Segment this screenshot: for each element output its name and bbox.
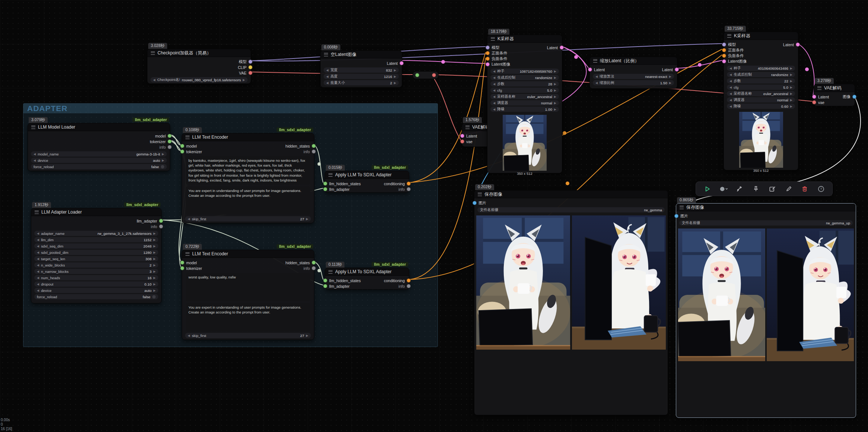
- node-header[interactable]: Checkpoint加载器（简易）: [147, 49, 251, 57]
- widget-dropout[interactable]: ◀dropout0.10▶: [34, 281, 158, 287]
- Latent-port[interactable]: [812, 95, 816, 99]
- widget-文件名前缀[interactable]: 文件名前缀rw_gemma: [477, 207, 665, 212]
- node-llm-adapter-loader[interactable]: 1.912秒 llm_sdxl_adapter LLM Adapter Load…: [31, 208, 162, 303]
- conditioning-port[interactable]: [407, 278, 411, 283]
- widget-宽度[interactable]: ◀宽度832▶: [324, 67, 399, 73]
- model-port[interactable]: [180, 261, 184, 265]
- node-apply-llm-adapter-2[interactable]: 0.113秒 llm_sdxl_adapter Apply LLM To SDX…: [325, 268, 409, 290]
- node-llm-model-loader[interactable]: 3.079秒 llm_sdxl_adapter LLM Model Loader…: [28, 123, 170, 171]
- Latent-port[interactable]: [560, 45, 564, 50]
- node-llm-text-encoder-2[interactable]: 0.722秒 llm_sdxl_adapter LLM Text Encoder…: [182, 250, 314, 340]
- widget-采样器名称[interactable]: ◀采样器名称euler_ancestral▶: [727, 91, 795, 96]
- widget-生成后控制[interactable]: ◀生成后控制randomize▶: [490, 75, 559, 80]
- llm_hidden_states-port[interactable]: [323, 182, 327, 186]
- widget-缩放算法[interactable]: ◀缩放算法nearest-exact▶: [593, 74, 674, 79]
- node-header[interactable]: Apply LLM To SDXL Adapter: [325, 171, 409, 179]
- widget-种子[interactable]: ◀种子401064060643486▶: [727, 66, 795, 71]
- 图片-port[interactable]: [674, 214, 678, 218]
- output-image-2[interactable]: [767, 228, 854, 361]
- widget-cfg[interactable]: ◀cfg5.0▶: [490, 88, 559, 93]
- Latent-port[interactable]: [460, 134, 464, 138]
- widget-llm_dim[interactable]: ◀llm_dim1152▶: [34, 237, 158, 242]
- tokenizer-port[interactable]: [168, 139, 172, 144]
- 图片-port[interactable]: [473, 201, 477, 205]
- Latent-port[interactable]: [796, 42, 800, 47]
- node-header[interactable]: LLM Text Encoder: [182, 133, 314, 141]
- node-scale-latent[interactable]: 缩放Latent（比例） LatentLatent ◀缩放算法nearest-e…: [589, 57, 677, 89]
- 正面条件-port[interactable]: [486, 51, 490, 55]
- node-header[interactable]: LLM Adapter Loader: [31, 208, 161, 216]
- node-header[interactable]: LLM Text Encoder: [182, 250, 314, 258]
- widget-target_seq_len[interactable]: ◀target_seq_len308▶: [34, 256, 158, 261]
- 负面条件-port[interactable]: [722, 54, 726, 58]
- widget-skip_first[interactable]: ◀skip_first27▶: [185, 216, 311, 221]
- system-prompt-textarea[interactable]: You are expert in understanding of user …: [186, 303, 310, 331]
- node-save-image-2[interactable]: 0.865秒 保存图像 图片 文件名前缀rw_gemma_up: [676, 203, 856, 418]
- run-button[interactable]: [702, 184, 713, 194]
- node-vae-decode-2[interactable]: 3.278秒 VAE解码 Latent图像vae: [814, 84, 855, 106]
- tokenizer-port[interactable]: [180, 266, 184, 270]
- widget-调度器[interactable]: ◀调度器normal▶: [490, 100, 559, 105]
- 正面条件-port[interactable]: [722, 48, 726, 52]
- widget-model_name[interactable]: ◀model_namegemma-3-1b-it▶: [31, 151, 167, 157]
- llm_adapter-port[interactable]: [323, 187, 327, 191]
- edit-button[interactable]: [783, 184, 794, 194]
- widget-批量大小[interactable]: ◀批量大小2▶: [324, 80, 399, 85]
- Latent-port[interactable]: [588, 67, 592, 72]
- node-llm-text-encoder-1[interactable]: 0.108秒 llm_sdxl_adapter LLM Text Encoder…: [182, 133, 314, 223]
- node-header[interactable]: 保存图像: [474, 190, 668, 198]
- widget-n_wide_blocks[interactable]: ◀n_wide_blocks2▶: [34, 262, 158, 268]
- node-apply-llm-adapter-1[interactable]: 0.015秒 llm_sdxl_adapter Apply LLM To SDX…: [325, 171, 409, 193]
- node-header[interactable]: Apply LLM To SDXL Adapter: [325, 268, 409, 276]
- Latent-port[interactable]: [400, 61, 404, 65]
- node-ksampler-1[interactable]: 18.179秒 K采样器 模型Latent正面条件负面条件Latent图像 ◀种…: [487, 35, 562, 173]
- reroute-output-port[interactable]: [432, 73, 436, 77]
- widget-降噪[interactable]: ◀降噪0.60▶: [727, 104, 795, 109]
- node-checkpoint-loader[interactable]: 3.028秒 Checkpoint加载器（简易） 模型CLIPVAE ◀Chec…: [147, 49, 251, 84]
- llm_adapter-port[interactable]: [323, 284, 327, 288]
- reroute-node[interactable]: [413, 71, 439, 79]
- vae-port[interactable]: [460, 139, 464, 144]
- output-image-2[interactable]: [572, 215, 666, 350]
- widget-adapter_name[interactable]: ◀adapter_namerw_gemma_3_1_27k.safetensor…: [34, 231, 158, 236]
- node-header[interactable]: 缩放Latent（比例）: [590, 57, 677, 65]
- widget-sdxl_pooled_dim[interactable]: ◀sdxl_pooled_dim1280▶: [34, 250, 158, 255]
- node-header[interactable]: 空Latent图像: [321, 51, 402, 59]
- reroute-input-port[interactable]: [415, 73, 419, 77]
- widget-force_reload[interactable]: force_reloadfalse: [34, 294, 158, 299]
- prompt-textarea[interactable]: worst quality, low quality, nsfw: [186, 273, 310, 301]
- widget-调度器[interactable]: ◀调度器normal▶: [727, 97, 795, 103]
- vae-port[interactable]: [812, 100, 816, 104]
- hidden_states-port[interactable]: [312, 261, 316, 265]
- widget-num_heads[interactable]: ◀num_heads16▶: [34, 275, 158, 280]
- widget-降噪[interactable]: ◀降噪1.00▶: [490, 107, 559, 112]
- color-picker-button[interactable]: [718, 184, 729, 194]
- 模型-port[interactable]: [486, 45, 490, 50]
- Latent图像-port[interactable]: [722, 59, 726, 63]
- widget-skip_first[interactable]: ◀skip_first27▶: [185, 333, 311, 338]
- info-port[interactable]: [407, 187, 411, 191]
- node-graph-canvas[interactable]: ADAPTER 3.0: [0, 0, 868, 432]
- reroute-button[interactable]: [734, 184, 745, 194]
- VAE-port[interactable]: [248, 71, 252, 75]
- widget-采样器名称[interactable]: ◀采样器名称euler_ancestral▶: [490, 94, 559, 99]
- info-port[interactable]: [312, 149, 316, 154]
- CLIP-port[interactable]: [248, 65, 252, 69]
- node-header[interactable]: K采样器: [724, 32, 798, 40]
- widget-步数[interactable]: ◀步数22▶: [727, 78, 795, 83]
- hidden_states-port[interactable]: [312, 144, 316, 148]
- system-prompt-textarea[interactable]: You are expert in understanding of user …: [186, 186, 310, 215]
- widget-Checkpoint名称[interactable]: ◀Checkpoint名称rouwei_080_vpred_fp16.safet…: [150, 77, 248, 82]
- node-header[interactable]: K采样器: [487, 35, 562, 43]
- info-port[interactable]: [407, 284, 411, 288]
- node-header[interactable]: 保存图像: [676, 204, 856, 211]
- prompt-textarea[interactable]: by kantoku, masterpiece, 1girl, shiro (s…: [186, 156, 310, 185]
- widget-种子[interactable]: ◀种子1087182499599760▶: [490, 69, 559, 74]
- widget-cfg[interactable]: ◀cfg5.0▶: [727, 85, 795, 90]
- 模型-port[interactable]: [248, 60, 252, 64]
- info-port[interactable]: [312, 266, 316, 270]
- conditioning-port[interactable]: [407, 182, 411, 186]
- widget-n_narrow_blocks[interactable]: ◀n_narrow_blocks3▶: [34, 269, 158, 274]
- model-port[interactable]: [180, 144, 184, 148]
- node-header[interactable]: VAE解码: [814, 84, 855, 92]
